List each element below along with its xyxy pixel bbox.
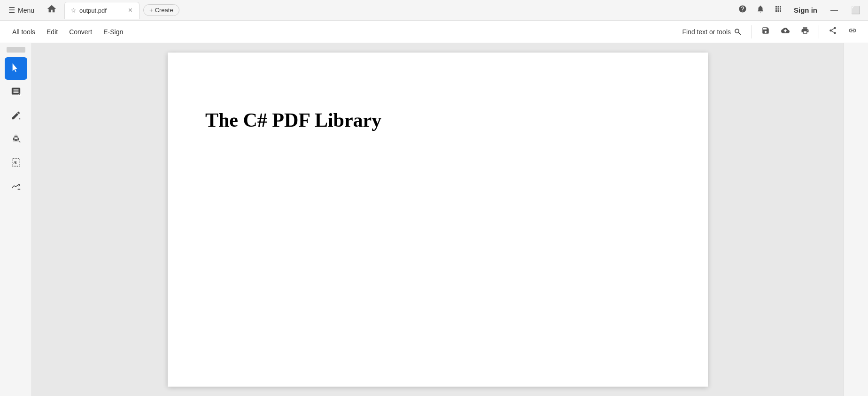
signature-icon (11, 181, 21, 191)
home-button[interactable] (43, 2, 61, 18)
comment-icon (11, 87, 21, 97)
select-tool-button[interactable] (5, 57, 27, 80)
edit-button[interactable]: Edit (42, 25, 62, 38)
apps-icon (774, 5, 783, 13)
svg-text:I: I (16, 160, 17, 165)
find-tools-button[interactable]: Find text or tools (679, 26, 746, 38)
comment-tool-button[interactable] (5, 81, 27, 103)
tab-area: ☆ output.pdf × + Create (64, 2, 733, 19)
text-edit-icon: A I (11, 157, 21, 168)
tab-close-button[interactable]: × (127, 7, 133, 14)
search-icon (734, 28, 742, 36)
sign-in-button[interactable]: Sign in (790, 4, 821, 16)
tab-star-icon: ☆ (70, 7, 77, 14)
convert-button[interactable]: Convert (64, 25, 97, 38)
all-tools-button[interactable]: All tools (8, 25, 40, 38)
pen-icon (11, 110, 21, 121)
pdf-title: The C# PDF Library (205, 109, 381, 131)
toolbar-divider-1 (752, 25, 752, 38)
sidebar-scrollbar (7, 47, 25, 53)
upload-icon (781, 26, 790, 35)
bell-icon (756, 5, 765, 13)
upload-button[interactable] (777, 24, 793, 39)
create-button[interactable]: + Create (143, 4, 179, 16)
print-button[interactable] (797, 24, 813, 39)
draw-tool-button[interactable] (5, 104, 27, 127)
main-area: A I The C# PDF Library (0, 43, 868, 396)
find-tools-label: Find text or tools (682, 28, 731, 36)
browser-bar: ☰ Menu ☆ output.pdf × + Create (0, 0, 868, 21)
right-panel (844, 43, 868, 396)
share-button[interactable] (825, 24, 841, 39)
home-icon (46, 4, 57, 14)
pdf-area: The C# PDF Library (32, 43, 844, 396)
pdf-tab[interactable]: ☆ output.pdf × (64, 2, 140, 19)
help-icon (738, 5, 747, 13)
text-edit-tool-button[interactable]: A I (5, 151, 27, 174)
svg-line-3 (19, 142, 20, 143)
menu-label: Menu (18, 7, 34, 14)
tab-title: output.pdf (79, 7, 124, 14)
signature-tool-button[interactable] (5, 175, 27, 197)
save-icon (761, 26, 770, 35)
help-button[interactable] (736, 3, 749, 17)
browser-right: Sign in — ⬜ (736, 3, 864, 17)
menu-button[interactable]: ☰ Menu (4, 4, 39, 16)
hamburger-icon: ☰ (8, 6, 15, 15)
apps-button[interactable] (772, 3, 784, 17)
toolbar: All tools Edit Convert E-Sign Find text … (0, 21, 868, 43)
toolbar-right: Find text or tools (679, 24, 861, 39)
save-button[interactable] (758, 24, 774, 39)
minimize-button[interactable]: — (827, 4, 842, 16)
create-plus-icon: + (149, 7, 153, 14)
notifications-button[interactable] (754, 3, 767, 17)
cursor-icon (11, 63, 21, 74)
print-icon (801, 26, 809, 35)
stamp-icon (11, 134, 21, 144)
link-button[interactable] (845, 24, 860, 39)
toolbar-divider-2 (819, 25, 819, 38)
link-icon (848, 26, 857, 35)
maximize-button[interactable]: ⬜ (847, 4, 864, 16)
create-label: Create (155, 7, 173, 14)
stamp-tool-button[interactable] (5, 128, 27, 150)
pdf-page: The C# PDF Library (168, 53, 708, 387)
sidebar: A I (0, 43, 32, 396)
toolbar-left: All tools Edit Convert E-Sign (8, 25, 128, 38)
share-icon (829, 26, 837, 35)
esign-button[interactable]: E-Sign (99, 25, 128, 38)
